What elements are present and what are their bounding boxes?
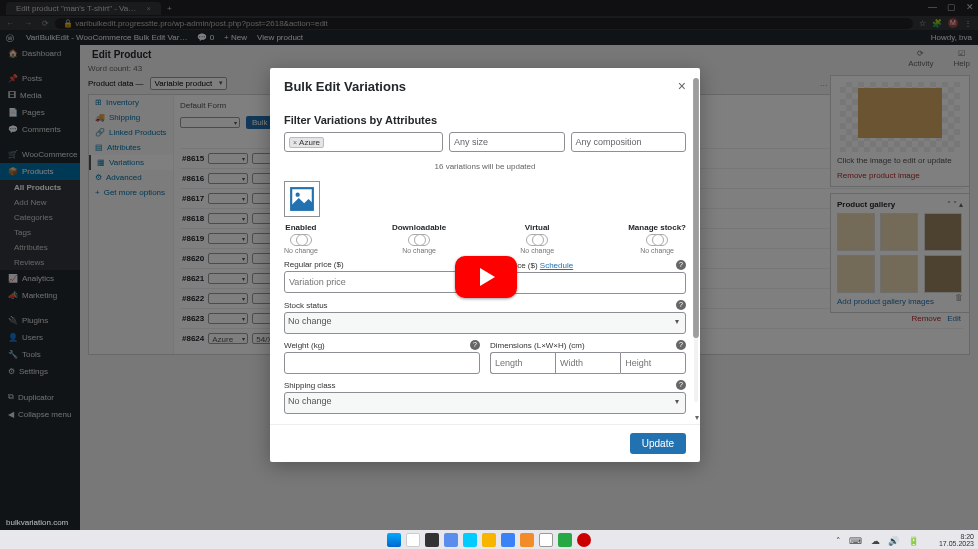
- regular-price-input[interactable]: [284, 271, 480, 293]
- explorer-icon[interactable]: [444, 533, 458, 547]
- color-filter-text[interactable]: [326, 137, 438, 147]
- image-icon: [289, 186, 315, 212]
- app-icon[interactable]: [501, 533, 515, 547]
- stock-help-icon[interactable]: ?: [676, 300, 686, 310]
- windows-taskbar: [0, 530, 978, 549]
- manage-stock-option: Manage stock? No change: [628, 223, 686, 254]
- size-filter-input[interactable]: Any size: [449, 132, 565, 152]
- youtube-play-button[interactable]: [455, 256, 517, 298]
- dimensions-label: Dimensions (L×W×H) (cm): [490, 341, 585, 350]
- modal-close-icon[interactable]: ×: [678, 78, 686, 94]
- variation-image-placeholder[interactable]: [284, 181, 320, 217]
- whatsapp-icon[interactable]: [558, 533, 572, 547]
- height-input[interactable]: [620, 352, 686, 374]
- svg-point-1: [296, 193, 300, 197]
- update-button[interactable]: Update: [630, 433, 686, 454]
- firefox-icon[interactable]: [520, 533, 534, 547]
- color-filter-input[interactable]: ×Azure: [284, 132, 443, 152]
- weight-help-icon[interactable]: ?: [470, 340, 480, 350]
- color-tag[interactable]: ×Azure: [289, 137, 324, 148]
- variations-count-text: 16 variations will be updated: [284, 162, 686, 171]
- composition-filter-input[interactable]: Any composition: [571, 132, 687, 152]
- schedule-link[interactable]: Schedule: [540, 261, 573, 270]
- enabled-toggle[interactable]: [290, 234, 312, 246]
- weight-label: Weight (kg): [284, 341, 325, 350]
- dims-help-icon[interactable]: ?: [676, 340, 686, 350]
- filter-section-title: Filter Variations by Attributes: [284, 114, 686, 126]
- edge-icon[interactable]: [463, 533, 477, 547]
- regular-price-label: Regular price ($): [284, 260, 344, 269]
- virtual-toggle[interactable]: [526, 234, 548, 246]
- length-input[interactable]: [490, 352, 555, 374]
- task-view-icon[interactable]: [425, 533, 439, 547]
- sale-price-help-icon[interactable]: ?: [676, 260, 686, 270]
- paint-icon[interactable]: [482, 533, 496, 547]
- stock-status-label: Stock status: [284, 301, 328, 310]
- modal-scrollbar[interactable]: ▾: [692, 78, 700, 422]
- start-button[interactable]: [387, 533, 401, 547]
- record-icon[interactable]: [577, 533, 591, 547]
- stock-status-select[interactable]: No change: [284, 312, 686, 334]
- virtual-option: Virtual No change: [520, 223, 554, 254]
- modal-title: Bulk Edit Variations: [284, 79, 406, 94]
- shipping-class-label: Shipping class: [284, 381, 336, 390]
- manage-stock-toggle[interactable]: [646, 234, 668, 246]
- ship-help-icon[interactable]: ?: [676, 380, 686, 390]
- remove-tag-icon[interactable]: ×: [293, 139, 297, 146]
- footer-brand-text: bulkvariation.com: [6, 518, 68, 527]
- shipping-class-select[interactable]: No change: [284, 392, 686, 414]
- system-tray[interactable]: ˄ ⌨ ☁ 🔊 🔋: [836, 536, 922, 546]
- downloadable-option: Downloadable No change: [392, 223, 446, 254]
- sale-price-input[interactable]: [490, 272, 686, 294]
- chrome-icon[interactable]: [539, 533, 553, 547]
- downloadable-toggle[interactable]: [408, 234, 430, 246]
- width-input[interactable]: [555, 352, 620, 374]
- weight-input[interactable]: [284, 352, 480, 374]
- search-icon[interactable]: [406, 533, 420, 547]
- clock[interactable]: 8:20 17.05.2023: [939, 533, 974, 548]
- enabled-option: Enabled No change: [284, 223, 318, 254]
